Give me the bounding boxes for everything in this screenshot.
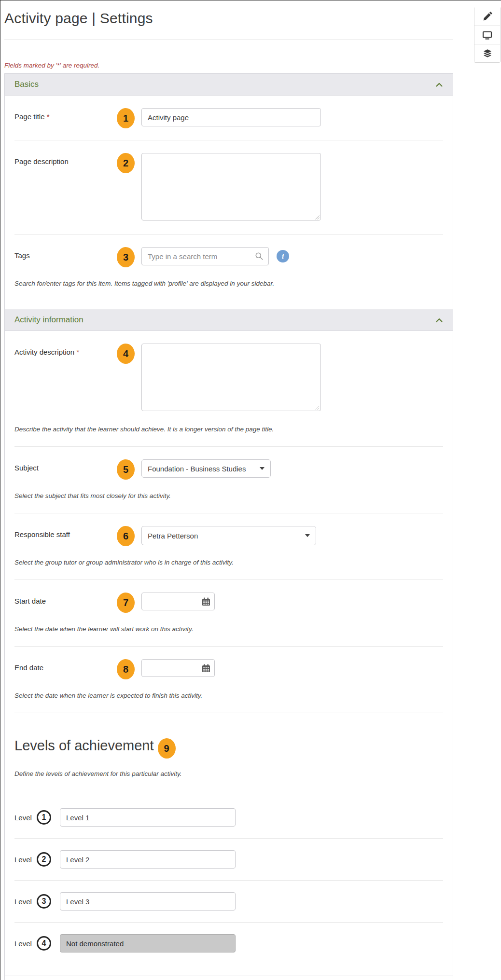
search-icon bbox=[255, 252, 264, 261]
layers-button[interactable] bbox=[474, 44, 500, 62]
tags-label: Tags bbox=[14, 247, 117, 260]
section-header-activity-information[interactable]: Activity information bbox=[5, 309, 453, 331]
annotation-badge-4: 4 bbox=[117, 344, 135, 364]
caret-down-icon bbox=[260, 467, 264, 470]
end-date-row: End date 8 bbox=[5, 647, 453, 691]
start-date-label: Start date bbox=[14, 593, 117, 605]
responsible-staff-label: Responsible staff bbox=[14, 526, 117, 538]
required-fields-note: Fields marked by '*' are required. bbox=[4, 62, 501, 69]
activity-description-label: Activity description * bbox=[14, 344, 117, 356]
chevron-up-icon bbox=[435, 82, 443, 87]
end-date-box bbox=[141, 659, 215, 677]
title-divider bbox=[4, 40, 453, 40]
subject-select[interactable]: Foundation - Business Studies bbox=[141, 459, 271, 478]
tags-row: Tags 3 i bbox=[5, 235, 453, 279]
levels-help-text: Define the levels of achievement for thi… bbox=[14, 770, 443, 777]
level-4-input bbox=[60, 934, 236, 952]
annotation-badge-5: 5 bbox=[117, 459, 135, 480]
annotation-badge-9: 9 bbox=[158, 738, 176, 759]
level-2-input[interactable] bbox=[60, 850, 236, 869]
tags-search-input[interactable] bbox=[142, 252, 255, 261]
spacer bbox=[5, 964, 453, 976]
section-header-advanced[interactable]: Advanced bbox=[5, 976, 453, 980]
levels-heading: Levels of achievement bbox=[14, 738, 154, 754]
display-button[interactable] bbox=[474, 26, 500, 44]
calendar-icon[interactable] bbox=[202, 664, 210, 673]
annotation-circle-2: 2 bbox=[37, 852, 51, 867]
page-title-label: Page title * bbox=[14, 108, 117, 121]
level-row-3: Level 3 bbox=[5, 881, 453, 922]
start-date-help-text: Select the date when the learner will st… bbox=[5, 624, 453, 646]
section-header-basics[interactable]: Basics bbox=[5, 74, 453, 96]
start-date-box bbox=[141, 593, 215, 610]
pencil-icon bbox=[483, 12, 492, 21]
required-asterisk: * bbox=[47, 112, 50, 121]
level-row-2: Level 2 bbox=[5, 839, 453, 880]
level-1-input[interactable] bbox=[60, 808, 236, 827]
level-label: Level bbox=[14, 814, 34, 822]
activity-description-row: Activity description * 4 bbox=[5, 331, 453, 425]
page-title-input[interactable] bbox=[141, 108, 321, 126]
annotation-badge-7: 7 bbox=[117, 593, 135, 613]
level-row-1: Level 1 bbox=[5, 797, 453, 838]
annotation-circle-1: 1 bbox=[37, 810, 51, 825]
caret-down-icon bbox=[305, 534, 310, 537]
settings-form-panel: Basics Page title * 1 Page description 2 bbox=[4, 73, 453, 980]
tags-help-text: Search for/enter tags for this item. Ite… bbox=[5, 279, 453, 309]
subject-help-text: Select the subject that fits most closel… bbox=[5, 491, 453, 513]
page-title: Activity page | Settings bbox=[4, 10, 501, 27]
levels-of-achievement-block: Levels of achievement 9 Define the level… bbox=[5, 713, 453, 784]
start-date-input[interactable] bbox=[142, 597, 202, 606]
responsible-staff-help-text: Select the group tutor or group administ… bbox=[5, 558, 453, 580]
annotation-badge-3: 3 bbox=[117, 247, 135, 267]
level-label: Level bbox=[14, 897, 34, 906]
edit-pencil-button[interactable] bbox=[474, 7, 500, 26]
section-title-basics: Basics bbox=[14, 80, 39, 89]
annotation-circle-4: 4 bbox=[37, 936, 51, 951]
settings-page: Activity page | Settings Fields marked b… bbox=[0, 0, 501, 980]
subject-label: Subject bbox=[14, 459, 117, 472]
annotation-badge-2: 2 bbox=[117, 153, 135, 173]
annotation-badge-1: 1 bbox=[117, 108, 135, 128]
chevron-up-icon bbox=[435, 317, 443, 323]
page-description-textarea[interactable] bbox=[141, 153, 321, 221]
end-date-input[interactable] bbox=[142, 664, 202, 672]
display-icon bbox=[482, 30, 492, 40]
level-label: Level bbox=[14, 856, 34, 864]
level-row-4: Level 4 bbox=[5, 923, 453, 964]
spacer bbox=[5, 784, 453, 797]
activity-description-textarea[interactable] bbox=[141, 344, 321, 411]
annotation-badge-8: 8 bbox=[117, 659, 135, 679]
start-date-row: Start date 7 bbox=[5, 580, 453, 624]
page-description-row: Page description 2 bbox=[5, 140, 453, 234]
subject-row: Subject 5 Foundation - Business Studies bbox=[5, 447, 453, 491]
page-title-row: Page title * 1 bbox=[5, 96, 453, 140]
responsible-staff-row: Responsible staff 6 Petra Petterson bbox=[5, 513, 453, 558]
end-date-label: End date bbox=[14, 659, 117, 672]
level-label: Level bbox=[14, 939, 34, 948]
floating-toolbar bbox=[474, 7, 501, 63]
layers-icon bbox=[483, 49, 492, 58]
level-3-input[interactable] bbox=[60, 892, 236, 911]
info-icon[interactable]: i bbox=[277, 250, 289, 262]
end-date-help-text: Select the date when the learner is expe… bbox=[5, 691, 453, 713]
section-title-activity-information: Activity information bbox=[14, 315, 84, 325]
annotation-circle-3: 3 bbox=[37, 894, 51, 909]
tags-search-box bbox=[141, 247, 269, 265]
activity-description-help-text: Describe the activity that the learner s… bbox=[5, 425, 453, 446]
annotation-badge-6: 6 bbox=[117, 526, 135, 546]
responsible-staff-selected-value: Petra Petterson bbox=[148, 532, 198, 540]
required-asterisk: * bbox=[76, 348, 79, 356]
subject-selected-value: Foundation - Business Studies bbox=[148, 465, 246, 473]
responsible-staff-select[interactable]: Petra Petterson bbox=[141, 526, 316, 545]
page-description-label: Page description bbox=[14, 153, 117, 166]
calendar-icon[interactable] bbox=[202, 597, 210, 606]
